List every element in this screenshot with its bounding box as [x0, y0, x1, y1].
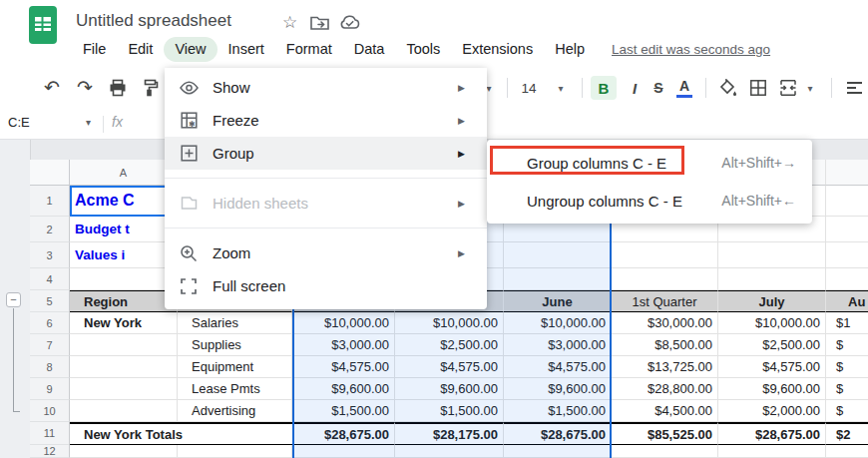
- cell-E12[interactable]: [504, 445, 612, 458]
- row-number-6[interactable]: 6: [30, 312, 70, 334]
- cell-A4[interactable]: [70, 268, 178, 290]
- submenu-item-ungroup-columns[interactable]: Ungroup columns C - EAlt+Shift+←: [487, 182, 812, 220]
- cell-H8[interactable]: $: [826, 356, 868, 378]
- cell-A9[interactable]: [70, 378, 178, 400]
- merge-cells-icon[interactable]: [778, 76, 798, 100]
- name-box[interactable]: C:E: [8, 115, 30, 130]
- submenu-item-group-columns[interactable]: Group columns C - EAlt+Shift+→: [487, 144, 812, 182]
- cell-H4[interactable]: [826, 268, 868, 290]
- menubar-item-insert[interactable]: Insert: [217, 37, 275, 62]
- cell-A11[interactable]: New York Totals: [70, 422, 292, 445]
- cell-E8[interactable]: $4,575.00: [504, 356, 612, 378]
- cell-H7[interactable]: $: [826, 334, 868, 356]
- cell-B9[interactable]: Lease Pmts: [178, 378, 292, 400]
- cloud-saved-icon[interactable]: [339, 14, 360, 30]
- name-box-caret[interactable]: ▾: [86, 117, 91, 128]
- cell-A7[interactable]: [70, 334, 178, 356]
- row-number-10[interactable]: 10: [30, 400, 70, 422]
- print-icon[interactable]: [108, 76, 128, 100]
- cell-E5[interactable]: June: [504, 290, 612, 312]
- cell-G3[interactable]: [718, 242, 826, 268]
- text-color-button[interactable]: A: [675, 76, 693, 100]
- redo-icon[interactable]: ↷: [75, 76, 95, 100]
- merge-cells-caret[interactable]: ▾: [804, 76, 816, 100]
- cell-D12[interactable]: [395, 445, 504, 458]
- cell-C9[interactable]: $9,600.00: [292, 378, 395, 400]
- bold-button[interactable]: B: [591, 76, 617, 100]
- row-number-7[interactable]: 7: [30, 334, 70, 356]
- cell-G6[interactable]: $10,000.00: [718, 312, 826, 334]
- cell-E3[interactable]: [504, 242, 612, 268]
- cell-C8[interactable]: $4,575.00: [292, 356, 395, 378]
- font-size-value[interactable]: 14: [517, 76, 541, 100]
- view-menu-item-group[interactable]: Group▶: [165, 137, 487, 170]
- cell-C12[interactable]: [292, 445, 395, 458]
- column-header-A[interactable]: A: [70, 160, 178, 186]
- cell-D6[interactable]: $10,000.00: [395, 312, 504, 334]
- cell-D9[interactable]: $9,600.00: [395, 378, 504, 400]
- cell-C10[interactable]: $1,500.00: [292, 400, 395, 422]
- cell-H12[interactable]: [826, 445, 868, 458]
- cell-F3[interactable]: [612, 242, 718, 268]
- cell-A6[interactable]: New York: [70, 312, 178, 334]
- cell-F10[interactable]: $4,500.00: [612, 400, 718, 422]
- select-all-corner[interactable]: [30, 160, 70, 186]
- cell-G5[interactable]: July: [718, 290, 826, 312]
- row-number-3[interactable]: 3: [30, 242, 70, 268]
- cell-G11[interactable]: $28,675.00: [718, 422, 826, 445]
- paint-format-icon[interactable]: [140, 76, 160, 100]
- cell-F12[interactable]: [612, 445, 718, 458]
- cell-E4[interactable]: [504, 268, 612, 290]
- cell-E6[interactable]: $10,000.00: [504, 312, 612, 334]
- cell-F8[interactable]: $13,725.00: [612, 356, 718, 378]
- column-header-H[interactable]: [826, 160, 868, 186]
- cell-A10[interactable]: [70, 400, 178, 422]
- cell-B12[interactable]: [178, 445, 292, 458]
- menubar-item-data[interactable]: Data: [343, 37, 396, 62]
- document-title[interactable]: Untitled spreadsheet: [76, 11, 231, 31]
- cell-D8[interactable]: $4,575.00: [395, 356, 504, 378]
- cell-H2[interactable]: [826, 217, 868, 242]
- cell-E10[interactable]: $1,500.00: [504, 400, 612, 422]
- cell-F11[interactable]: $85,525.00: [612, 422, 718, 445]
- cell-G12[interactable]: [718, 445, 826, 458]
- view-menu-item-zoom[interactable]: Zoom▶: [165, 236, 487, 269]
- cell-G8[interactable]: $4,575.00: [718, 356, 826, 378]
- fill-color-icon[interactable]: [718, 76, 738, 100]
- cell-F6[interactable]: $30,000.00: [612, 312, 718, 334]
- move-folder-icon[interactable]: [310, 15, 329, 30]
- borders-icon[interactable]: [748, 76, 768, 100]
- cell-D10[interactable]: $1,500.00: [395, 400, 504, 422]
- cell-C11[interactable]: $28,675.00: [292, 422, 395, 445]
- cell-G10[interactable]: $2,000.00: [718, 400, 826, 422]
- menubar-item-extensions[interactable]: Extensions: [451, 37, 544, 62]
- cell-H6[interactable]: $1: [826, 312, 868, 334]
- cell-D7[interactable]: $2,500.00: [395, 334, 504, 356]
- row-number-11[interactable]: 11: [30, 422, 70, 445]
- cell-B8[interactable]: Equipment: [178, 356, 292, 378]
- view-menu-item-full-screen[interactable]: Full screen: [165, 269, 487, 302]
- row-number-12[interactable]: 12: [30, 445, 70, 458]
- menubar-item-view[interactable]: View: [164, 37, 217, 62]
- view-menu-item-freeze[interactable]: ✱Freeze▶: [165, 104, 487, 137]
- cell-F9[interactable]: $28,800.00: [612, 378, 718, 400]
- font-size-caret[interactable]: ▾: [555, 76, 567, 100]
- sheets-logo[interactable]: [28, 5, 58, 45]
- strikethrough-button[interactable]: S: [649, 76, 668, 100]
- cell-F4[interactable]: [612, 268, 718, 290]
- cell-H10[interactable]: $: [826, 400, 868, 422]
- cell-F7[interactable]: $8,500.00: [612, 334, 718, 356]
- row-number-9[interactable]: 9: [30, 378, 70, 400]
- cell-G4[interactable]: [718, 268, 826, 290]
- view-menu-item-show[interactable]: Show▶: [165, 71, 487, 104]
- cell-H11[interactable]: $2: [826, 422, 868, 445]
- last-edit-status[interactable]: Last edit was seconds ago: [612, 42, 770, 57]
- menubar-item-file[interactable]: File: [72, 37, 117, 62]
- menubar-item-help[interactable]: Help: [544, 37, 596, 62]
- cell-C7[interactable]: $3,000.00: [292, 334, 395, 356]
- row-number-1[interactable]: 1: [30, 186, 70, 217]
- cell-A12[interactable]: [70, 445, 178, 458]
- view-menu-item-hidden-sheets[interactable]: Hidden sheets▶: [165, 187, 487, 220]
- menubar-item-tools[interactable]: Tools: [395, 37, 451, 62]
- cell-G7[interactable]: $2,500.00: [718, 334, 826, 356]
